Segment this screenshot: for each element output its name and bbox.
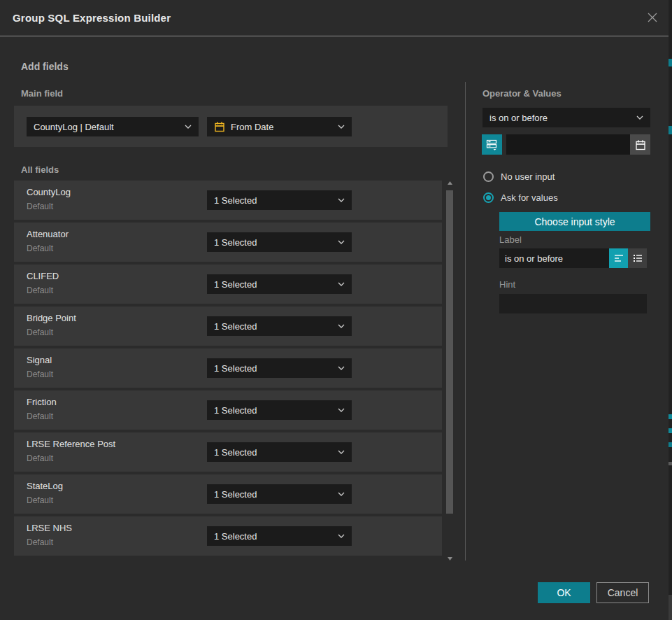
value-input[interactable]	[506, 134, 650, 155]
field-row: Attenuator Default 1 Selected	[14, 223, 442, 262]
hint-caption: Hint	[499, 279, 515, 290]
main-layer-dropdown-label: CountyLog | Default	[34, 122, 114, 132]
field-selected-dropdown-label: 1 Selected	[214, 405, 257, 416]
field-subtitle: Default	[27, 369, 53, 379]
chevron-down-icon	[338, 282, 345, 286]
chevron-down-icon	[338, 240, 345, 244]
chevron-down-icon	[338, 492, 345, 496]
field-selected-dropdown[interactable]: 1 Selected	[207, 274, 352, 294]
calendar-icon	[635, 139, 646, 150]
field-subtitle: Default	[27, 411, 53, 421]
field-selected-dropdown[interactable]: 1 Selected	[207, 526, 352, 546]
chevron-down-icon	[338, 125, 345, 129]
group-sql-expression-builder-dialog: Group SQL Expression Builder Add fields …	[0, 0, 672, 620]
field-row: Friction Default 1 Selected	[14, 390, 442, 430]
field-selected-dropdown[interactable]: 1 Selected	[207, 316, 352, 336]
list-scrollbar[interactable]	[445, 179, 455, 561]
field-row: LRSE NHS Default 1 Selected	[14, 516, 442, 556]
field-subtitle: Default	[27, 244, 53, 253]
field-name: LRSE Reference Post	[27, 439, 115, 449]
main-date-field-dropdown-label: From Date	[231, 122, 273, 132]
bullet-list-icon	[632, 253, 643, 264]
scroll-up-icon[interactable]	[447, 181, 453, 186]
dialog-header: Group SQL Expression Builder	[0, 0, 669, 36]
field-name: Signal	[27, 355, 52, 365]
field-selected-dropdown-label: 1 Selected	[214, 489, 257, 500]
cancel-button[interactable]: Cancel	[596, 582, 649, 603]
field-selected-dropdown[interactable]: 1 Selected	[207, 232, 352, 252]
add-fields-heading: Add fields	[21, 61, 69, 72]
chevron-down-icon	[636, 115, 643, 120]
chevron-down-icon	[338, 408, 345, 412]
field-row: Bridge Point Default 1 Selected	[14, 307, 442, 346]
field-row: Signal Default 1 Selected	[14, 348, 442, 388]
field-selected-dropdown[interactable]: 1 Selected	[207, 358, 352, 378]
value-type-list-icon	[486, 139, 498, 150]
chevron-down-icon	[338, 534, 345, 538]
field-name: Attenuator	[27, 229, 69, 239]
all-fields-label: All fields	[21, 164, 59, 175]
chevron-down-icon	[338, 198, 345, 202]
chevron-down-icon	[338, 450, 345, 454]
field-selected-dropdown[interactable]: 1 Selected	[207, 442, 352, 462]
field-row: CountyLog Default 1 Selected	[14, 181, 442, 220]
field-selected-dropdown-label: 1 Selected	[214, 237, 257, 248]
field-subtitle: Default	[27, 202, 53, 211]
field-selected-dropdown-label: 1 Selected	[214, 195, 257, 206]
operator-values-label: Operator & Values	[482, 88, 562, 99]
field-name: CountyLog	[27, 187, 71, 197]
field-selected-dropdown-label: 1 Selected	[214, 321, 257, 332]
field-selected-dropdown[interactable]: 1 Selected	[207, 484, 352, 504]
radio-icon	[483, 192, 494, 203]
hint-input[interactable]	[499, 294, 647, 313]
field-subtitle: Default	[27, 327, 53, 337]
field-selected-dropdown[interactable]: 1 Selected	[207, 400, 352, 420]
dialog-title: Group SQL Expression Builder	[13, 0, 171, 36]
close-button[interactable]	[645, 11, 660, 27]
radio-icon	[483, 171, 494, 182]
ok-button[interactable]: OK	[538, 582, 590, 603]
field-subtitle: Default	[27, 286, 53, 295]
field-selected-dropdown-label: 1 Selected	[214, 363, 257, 374]
main-field-panel: CountyLog | Default From Date	[14, 106, 448, 147]
chevron-down-icon	[338, 324, 345, 328]
main-date-field-dropdown[interactable]: From Date	[207, 117, 352, 136]
date-picker-button[interactable]	[630, 134, 650, 155]
field-row: CLIFED Default 1 Selected	[14, 265, 442, 304]
background-app-edge	[669, 0, 672, 620]
field-selected-dropdown-label: 1 Selected	[214, 279, 257, 290]
operator-dropdown[interactable]: is on or before	[482, 108, 650, 127]
align-left-icon	[613, 253, 624, 264]
value-type-button[interactable]	[482, 134, 502, 155]
calendar-icon	[214, 121, 225, 132]
field-row: StateLog Default 1 Selected	[14, 474, 442, 514]
main-field-label: Main field	[21, 88, 63, 99]
radio-no-user-input[interactable]: No user input	[483, 171, 555, 182]
label-style-text-button[interactable]	[609, 248, 628, 268]
field-name: Friction	[27, 397, 57, 407]
field-selected-dropdown-label: 1 Selected	[214, 531, 257, 542]
field-subtitle: Default	[27, 453, 53, 463]
radio-label: No user input	[501, 171, 555, 182]
label-input[interactable]	[499, 248, 609, 268]
operator-dropdown-label: is on or before	[489, 113, 548, 123]
field-row: LRSE Reference Post Default 1 Selected	[14, 432, 442, 472]
field-selected-dropdown-label: 1 Selected	[214, 447, 257, 458]
choose-input-style-button[interactable]: Choose input style	[499, 212, 650, 231]
scroll-down-icon[interactable]	[447, 556, 453, 561]
vertical-divider	[465, 82, 466, 561]
radio-label: Ask for values	[501, 192, 558, 203]
scrollbar-thumb[interactable]	[446, 190, 453, 514]
label-style-list-button[interactable]	[628, 248, 647, 268]
field-name: LRSE NHS	[27, 523, 72, 533]
field-name: StateLog	[27, 481, 63, 491]
chevron-down-icon	[185, 125, 192, 129]
field-selected-dropdown[interactable]: 1 Selected	[207, 190, 352, 210]
field-name: CLIFED	[27, 271, 59, 281]
close-icon	[647, 12, 658, 26]
field-subtitle: Default	[27, 537, 53, 547]
field-subtitle: Default	[27, 495, 53, 505]
radio-ask-for-values[interactable]: Ask for values	[483, 192, 558, 203]
main-layer-dropdown[interactable]: CountyLog | Default	[27, 117, 199, 136]
chevron-down-icon	[338, 366, 345, 370]
